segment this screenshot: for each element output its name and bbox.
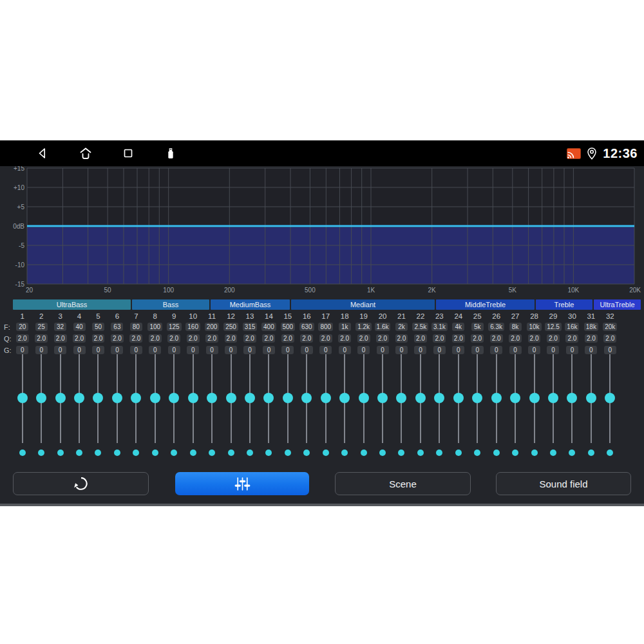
eq-band-slider[interactable] (51, 354, 70, 443)
slider-thumb[interactable] (207, 393, 217, 403)
f-value-chip[interactable]: 80 (130, 323, 142, 331)
g-value-chip[interactable]: 0 (111, 346, 123, 354)
slider-thumb[interactable] (245, 393, 255, 403)
slider-thumb[interactable] (17, 393, 28, 403)
eq-band-slider[interactable] (373, 354, 392, 443)
eq-band-slider[interactable] (468, 354, 487, 443)
eq-band-slider[interactable] (563, 354, 582, 443)
recents-icon[interactable] (121, 146, 135, 160)
slider-thumb[interactable] (510, 393, 520, 403)
eq-band-slider[interactable] (430, 354, 449, 443)
g-value-chip[interactable]: 0 (243, 346, 256, 354)
g-value-chip[interactable]: 0 (547, 346, 559, 354)
q-value-chip[interactable]: 2.0 (243, 334, 256, 343)
g-value-chip[interactable]: 0 (225, 346, 237, 354)
g-value-chip[interactable]: 0 (16, 346, 28, 354)
q-value-chip[interactable]: 2.0 (16, 334, 29, 343)
equalizer-button[interactable] (175, 472, 309, 495)
slider-thumb[interactable] (472, 393, 482, 403)
slider-thumb[interactable] (169, 393, 179, 403)
f-value-chip[interactable]: 2.5k (412, 323, 428, 331)
back-icon[interactable] (35, 146, 50, 160)
eq-band-slider[interactable] (298, 354, 316, 443)
band-header-mediumbass[interactable]: MediumBass (211, 299, 290, 310)
slider-thumb[interactable] (453, 393, 464, 403)
f-value-chip[interactable]: 3.1k (431, 323, 448, 331)
q-value-chip[interactable]: 2.0 (167, 334, 180, 343)
q-value-chip[interactable]: 2.0 (205, 334, 218, 343)
f-value-chip[interactable]: 20 (16, 323, 28, 331)
eq-band-slider[interactable] (260, 354, 278, 443)
slider-thumb[interactable] (586, 393, 596, 403)
f-value-chip[interactable]: 200 (205, 323, 220, 331)
band-header-ultrabass[interactable]: UltraBass (13, 299, 131, 310)
f-value-chip[interactable]: 40 (73, 323, 86, 331)
g-value-chip[interactable]: 0 (490, 346, 502, 354)
g-value-chip[interactable]: 0 (528, 346, 540, 354)
f-value-chip[interactable]: 18k (584, 323, 598, 331)
g-value-chip[interactable]: 0 (509, 346, 522, 354)
eq-band-slider[interactable] (13, 354, 32, 443)
g-value-chip[interactable]: 0 (452, 346, 464, 354)
q-value-chip[interactable]: 2.0 (414, 334, 427, 343)
g-value-chip[interactable]: 0 (319, 346, 332, 354)
f-value-chip[interactable]: 25 (35, 323, 48, 331)
slider-thumb[interactable] (55, 393, 66, 403)
eq-band-slider[interactable] (202, 354, 221, 443)
f-value-chip[interactable]: 16k (565, 323, 579, 331)
g-value-chip[interactable]: 0 (263, 346, 275, 354)
g-value-chip[interactable]: 0 (471, 346, 484, 354)
g-value-chip[interactable]: 0 (168, 346, 180, 354)
eq-band-slider[interactable] (278, 354, 297, 443)
f-value-chip[interactable]: 8k (509, 323, 522, 331)
g-value-chip[interactable]: 0 (339, 346, 351, 354)
slider-thumb[interactable] (93, 393, 103, 403)
q-value-chip[interactable]: 2.0 (471, 334, 484, 343)
f-value-chip[interactable]: 800 (318, 323, 333, 331)
q-value-chip[interactable]: 2.0 (35, 334, 48, 343)
f-value-chip[interactable]: 20k (603, 323, 617, 331)
usb-icon[interactable] (164, 146, 178, 160)
eq-band-slider[interactable] (392, 354, 411, 443)
eq-band-slider[interactable] (32, 354, 50, 443)
f-value-chip[interactable]: 250 (223, 323, 238, 331)
eq-band-slider[interactable] (316, 354, 335, 443)
band-header-mediant[interactable]: Mediant (291, 299, 435, 310)
q-value-chip[interactable]: 2.0 (565, 334, 578, 343)
slider-thumb[interactable] (188, 393, 198, 403)
f-value-chip[interactable]: 125 (167, 323, 182, 331)
f-value-chip[interactable]: 63 (111, 323, 123, 331)
band-header-middletreble[interactable]: MiddleTreble (436, 299, 535, 310)
eq-band-slider[interactable] (411, 354, 430, 443)
q-value-chip[interactable]: 2.0 (225, 334, 238, 343)
eq-band-slider[interactable] (354, 354, 373, 443)
eq-band-slider[interactable] (165, 354, 184, 443)
slider-thumb[interactable] (74, 393, 84, 403)
eq-band-slider[interactable] (240, 354, 259, 443)
g-value-chip[interactable]: 0 (281, 346, 294, 354)
q-value-chip[interactable]: 2.0 (129, 334, 142, 343)
eq-band-slider[interactable] (601, 354, 620, 443)
g-value-chip[interactable]: 0 (206, 346, 218, 354)
eq-band-slider[interactable] (544, 354, 562, 443)
f-value-chip[interactable]: 315 (243, 323, 258, 331)
q-value-chip[interactable]: 2.0 (262, 334, 275, 343)
f-value-chip[interactable]: 5k (471, 323, 484, 331)
slider-thumb[interactable] (529, 393, 540, 403)
eq-band-slider[interactable] (108, 354, 126, 443)
f-value-chip[interactable]: 630 (299, 323, 314, 331)
g-value-chip[interactable]: 0 (414, 346, 426, 354)
g-value-chip[interactable]: 0 (604, 346, 616, 354)
band-header-bass[interactable]: Bass (132, 299, 209, 310)
g-value-chip[interactable]: 0 (301, 346, 313, 354)
g-value-chip[interactable]: 0 (566, 346, 578, 354)
slider-thumb[interactable] (263, 393, 274, 403)
f-value-chip[interactable]: 500 (281, 323, 296, 331)
f-value-chip[interactable]: 50 (92, 323, 104, 331)
g-value-chip[interactable]: 0 (357, 346, 370, 354)
slider-thumb[interactable] (491, 393, 502, 403)
slider-thumb[interactable] (112, 393, 122, 403)
f-value-chip[interactable]: 1.6k (375, 323, 391, 331)
sound-field-button[interactable]: Sound field (496, 472, 631, 495)
q-value-chip[interactable]: 2.0 (452, 334, 465, 343)
